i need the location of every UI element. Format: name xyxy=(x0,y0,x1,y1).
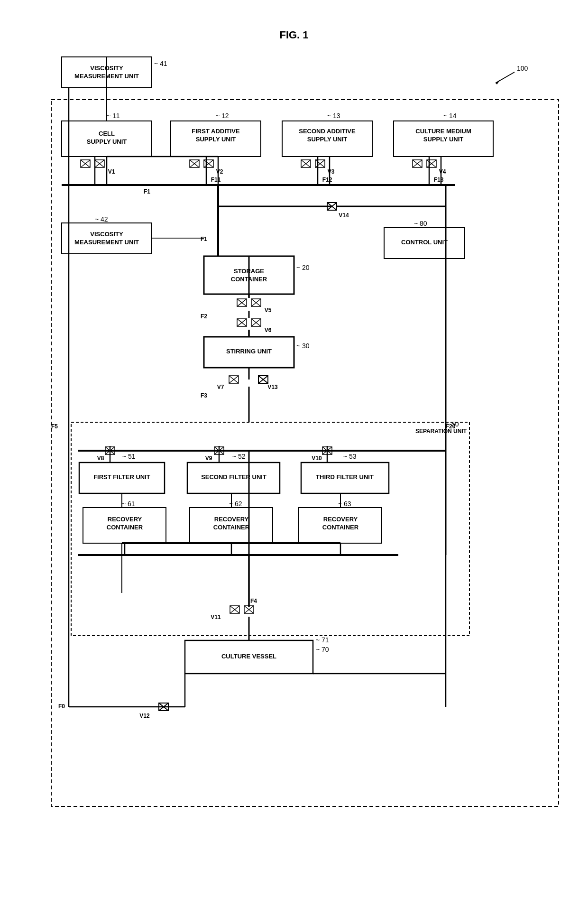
first-add-label-1: FIRST ADDITIVE xyxy=(192,128,240,135)
culture-med-label-2: SUPPLY UNIT xyxy=(423,136,464,143)
valve-v5b xyxy=(251,299,261,306)
f5-label: F5 xyxy=(51,423,58,430)
v8-label: V8 xyxy=(97,455,104,462)
stirring-label: STIRRING UNIT xyxy=(226,348,272,355)
viscosity-label-42a: VISCOSITY xyxy=(90,231,123,238)
f2-label: F2 xyxy=(201,313,207,320)
v9-label: V9 xyxy=(205,455,212,462)
control-label: CONTROL UNIT xyxy=(401,239,448,246)
ref-80: ~ 80 xyxy=(414,220,427,227)
v2-label: V2 xyxy=(216,168,223,175)
valve-v11a xyxy=(230,606,239,613)
ref-71: ~ 71 xyxy=(316,636,329,644)
valve-v6a xyxy=(237,319,247,326)
ref-41: ~ 41 xyxy=(154,60,167,67)
ref-50: ~ 50 xyxy=(446,420,459,428)
valve-v4b xyxy=(427,160,436,167)
recovery-label-63b: CONTAINER xyxy=(322,524,359,531)
ref-52: ~ 52 xyxy=(232,453,246,460)
culture-vessel-label: CULTURE VESSEL xyxy=(221,653,276,660)
cell-label-2: SUPPLY UNIT xyxy=(87,138,127,145)
valve-v7 xyxy=(229,376,239,383)
ref-53: ~ 53 xyxy=(343,453,357,460)
recovery-label-63a: RECOVERY xyxy=(323,516,358,523)
viscosity-label-42b: MEASUREMENT UNIT xyxy=(74,239,139,246)
first-filter-label: FIRST FILTER UNIT xyxy=(93,473,150,481)
second-add-label-2: SUPPLY UNIT xyxy=(307,136,348,143)
ref-12: ~ 12 xyxy=(216,112,229,120)
ref-51: ~ 51 xyxy=(122,453,136,460)
f12-label: F12 xyxy=(322,176,332,183)
v12-label: V12 xyxy=(139,713,150,719)
ref-61: ~ 61 xyxy=(122,500,135,508)
separation-label: SEPARATION UNIT xyxy=(415,428,467,435)
v10-label: V10 xyxy=(312,455,322,462)
valve-v3a xyxy=(301,160,311,167)
v4-label: V4 xyxy=(439,168,446,175)
valve-v6b xyxy=(251,319,261,326)
v3-label: V3 xyxy=(328,168,335,175)
ref-100: 100 xyxy=(517,65,528,72)
f4-label: F4 xyxy=(250,598,257,604)
ref-30: ~ 30 xyxy=(296,342,310,350)
v1-label: V1 xyxy=(108,168,115,175)
diagram-container: FIG. 1 100 VISCOSITY MEASUREMENT UNIT ~ … xyxy=(0,0,588,907)
third-filter-label: THIRD FILTER UNIT xyxy=(316,473,374,481)
f13-label: F13 xyxy=(434,176,444,183)
recovery-label-62a: RECOVERY xyxy=(214,516,249,523)
v7-label: V7 xyxy=(217,384,224,390)
v13-label: V13 xyxy=(267,384,278,390)
f0-label: F0 xyxy=(58,703,65,710)
v14-label: V14 xyxy=(339,212,349,219)
valve-v4a xyxy=(413,160,422,167)
ref-14: ~ 14 xyxy=(443,112,457,120)
recovery-label-62b: CONTAINER xyxy=(213,524,250,531)
valve-v2a xyxy=(190,160,199,167)
valve-v13 xyxy=(258,376,268,383)
valve-v1 xyxy=(81,160,90,167)
valve-v2b xyxy=(204,160,213,167)
figure-title: FIG. 1 xyxy=(279,29,308,41)
ref-42: ~ 42 xyxy=(95,215,108,223)
valve-v5a xyxy=(237,299,247,306)
cell-label-1: CELL xyxy=(99,130,115,137)
f1-label-upper: F1 xyxy=(144,188,150,195)
first-add-label-2: SUPPLY UNIT xyxy=(196,136,236,143)
ref-20: ~ 20 xyxy=(296,264,310,271)
ref-11: ~ 11 xyxy=(107,112,120,120)
recovery-label-61a: RECOVERY xyxy=(108,516,142,523)
second-filter-label: SECOND FILTER UNIT xyxy=(201,473,266,481)
valve-v3b xyxy=(315,160,325,167)
f3-label: F3 xyxy=(201,392,207,399)
v6-label: V6 xyxy=(265,327,272,333)
valve-v1b xyxy=(95,160,104,167)
recovery-label-61b: CONTAINER xyxy=(107,524,143,531)
v5-label: V5 xyxy=(265,307,272,314)
f11-label: F11 xyxy=(211,176,221,183)
culture-med-label-1: CULTURE MEDIUM xyxy=(415,128,471,135)
ref-70: ~ 70 xyxy=(316,646,329,653)
v11-label: V11 xyxy=(211,614,221,620)
second-add-label-1: SECOND ADDITIVE xyxy=(299,128,356,135)
ref-13: ~ 13 xyxy=(327,112,340,120)
f1-label-mid: F1 xyxy=(201,236,207,242)
